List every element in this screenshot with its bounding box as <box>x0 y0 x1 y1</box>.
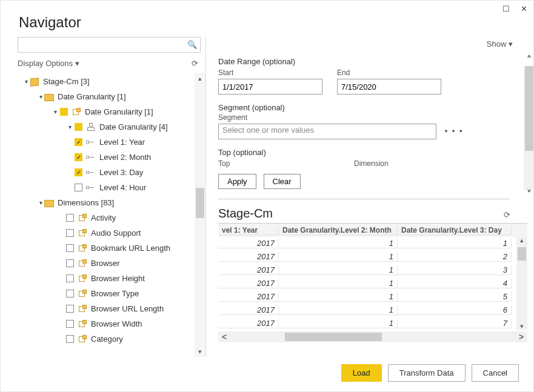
table-cell: 1 <box>279 279 398 288</box>
table-cell: 2017 <box>218 292 279 302</box>
tree-dim-item[interactable]: Activity <box>18 210 205 225</box>
level-icon <box>86 153 96 162</box>
table-cell: 7 <box>398 319 512 328</box>
navigator-tree: ▾ Stage-Cm [3] ▾ Date Granularity [1] ▾ … <box>18 73 205 357</box>
checkbox[interactable]: ✓ <box>75 168 82 176</box>
dim-label: Audio Support <box>91 228 141 238</box>
tree-folder-date-granularity-1[interactable]: ▾ Date Granularity [1] <box>18 89 205 104</box>
tree-root-stage-cm[interactable]: ▾ Stage-Cm [3] <box>18 74 205 89</box>
tree-level-hour[interactable]: Level 4: Hour <box>18 180 205 195</box>
dim-label: Browser Width <box>91 319 142 328</box>
table-row[interactable]: 201717 <box>218 317 527 330</box>
tree-dim-item[interactable]: Category <box>18 331 205 347</box>
cube-icon <box>30 78 39 86</box>
dimension-icon <box>78 274 87 283</box>
close-icon[interactable]: ✕ <box>521 4 527 13</box>
checkbox[interactable]: ✓ <box>75 138 82 146</box>
dimension-icon <box>78 290 87 298</box>
table-cell: 2017 <box>218 239 279 248</box>
dim-label: Browser Height <box>91 274 145 283</box>
dim-label: Browser Type <box>91 289 139 298</box>
dim-label: Browser <box>91 259 120 268</box>
checkbox[interactable] <box>66 320 74 328</box>
preview-refresh-icon[interactable]: ⟳ <box>504 210 510 219</box>
transform-data-button[interactable]: Transform Data <box>388 364 466 382</box>
tree-node-date-granularity-2[interactable]: ▾ Date Granularity [1] <box>18 104 205 119</box>
show-dropdown[interactable]: Show ▾ <box>218 37 527 53</box>
checkbox[interactable] <box>66 335 74 343</box>
tree-scrollbar[interactable]: ▴ ▾ <box>195 73 205 357</box>
dimension-label: Dimension <box>354 159 389 166</box>
display-options-dropdown[interactable]: Display Options ▾ <box>18 59 79 68</box>
clear-button[interactable]: Clear <box>264 174 301 189</box>
tree-level-year[interactable]: ✓ Level 1: Year <box>18 135 205 150</box>
tree-level-month[interactable]: ✓ Level 2: Month <box>18 150 205 165</box>
top-label: Top <box>218 159 339 166</box>
preview-grid: vel 1: Year Date Granularity.Level 2: Mo… <box>218 223 527 330</box>
date-range-title: Date Range (optional) <box>218 57 509 66</box>
top-title: Top (optional) <box>218 148 509 157</box>
checkbox[interactable] <box>60 108 68 116</box>
tree-level-day[interactable]: ✓ Level 3: Day <box>18 165 205 180</box>
level-icon <box>86 138 96 147</box>
hierarchy-icon <box>86 123 96 131</box>
tree-dim-item[interactable]: Browser Height <box>18 271 205 286</box>
start-label: Start <box>218 68 322 77</box>
checkbox[interactable] <box>75 184 82 191</box>
table-row[interactable]: 201716 <box>218 304 527 317</box>
level-icon <box>86 184 96 192</box>
checkbox[interactable] <box>66 214 74 222</box>
table-row[interactable]: 201712 <box>218 250 527 264</box>
col-header[interactable]: Date Granularity.Level 2: Month <box>279 226 398 235</box>
table-row[interactable]: 201714 <box>218 277 527 290</box>
dimension-icon <box>78 335 87 344</box>
tree-dim-item[interactable]: Browser Width <box>18 316 205 331</box>
tree-dim-item[interactable]: Browser <box>18 256 205 271</box>
col-header[interactable]: vel 1: Year <box>218 226 279 235</box>
checkbox[interactable] <box>66 244 74 252</box>
table-row[interactable]: 201711 <box>218 237 527 250</box>
checkbox[interactable] <box>66 274 74 282</box>
search-input[interactable] <box>18 37 201 53</box>
segment-label: Segment <box>218 113 509 122</box>
dim-label: Category <box>91 334 123 344</box>
segment-browse-button[interactable]: • • • <box>445 126 464 135</box>
checkbox[interactable]: ✓ <box>75 153 82 161</box>
tree-dim-item[interactable]: Browser URL Length <box>18 301 205 316</box>
form-scrollbar[interactable]: ˄ ˅ <box>524 55 534 201</box>
preview-title: Stage-Cm <box>218 207 273 221</box>
segment-input[interactable]: Select one or more values <box>218 124 436 139</box>
table-cell: 2017 <box>218 265 279 275</box>
table-cell: 2 <box>398 252 512 262</box>
load-button[interactable]: Load <box>341 364 382 382</box>
tree-dim-item[interactable]: Audio Support <box>18 225 205 241</box>
checkbox[interactable] <box>66 290 74 297</box>
refresh-icon[interactable]: ⟳ <box>192 59 198 68</box>
table-row[interactable]: 201713 <box>218 264 527 277</box>
tree-dim-item[interactable]: Browser Type <box>18 286 205 301</box>
tree-node-date-granularity-3[interactable]: ▾ Date Granularity [4] <box>18 119 205 135</box>
end-date-input[interactable] <box>337 79 441 95</box>
tree-folder-dimensions[interactable]: ▾ Dimensions [83] <box>18 195 205 210</box>
checkbox[interactable] <box>66 305 74 313</box>
checkbox[interactable] <box>66 229 74 237</box>
table-row[interactable]: 201715 <box>218 290 527 304</box>
end-label: End <box>337 68 441 77</box>
table-cell: 1 <box>279 292 398 302</box>
dimension-icon <box>78 305 87 313</box>
grid-vscrollbar[interactable]: ▴ ▾ <box>516 236 527 330</box>
col-header[interactable]: Date Granularity.Level 3: Day <box>398 226 512 235</box>
start-date-input[interactable] <box>218 79 322 95</box>
maximize-icon[interactable]: ☐ <box>502 4 510 13</box>
checkbox[interactable] <box>66 259 74 267</box>
folder-icon <box>44 199 54 207</box>
grid-hscrollbar[interactable]: < > <box>218 331 527 342</box>
table-cell: 2017 <box>218 279 279 288</box>
search-icon[interactable]: 🔍 <box>187 40 197 49</box>
checkbox[interactable] <box>75 123 82 131</box>
apply-button[interactable]: Apply <box>218 174 256 189</box>
cancel-button[interactable]: Cancel <box>472 364 519 382</box>
dim-label: Activity <box>91 213 116 222</box>
table-cell: 2017 <box>218 319 279 328</box>
tree-dim-item[interactable]: Bookmark URL Length <box>18 241 205 256</box>
